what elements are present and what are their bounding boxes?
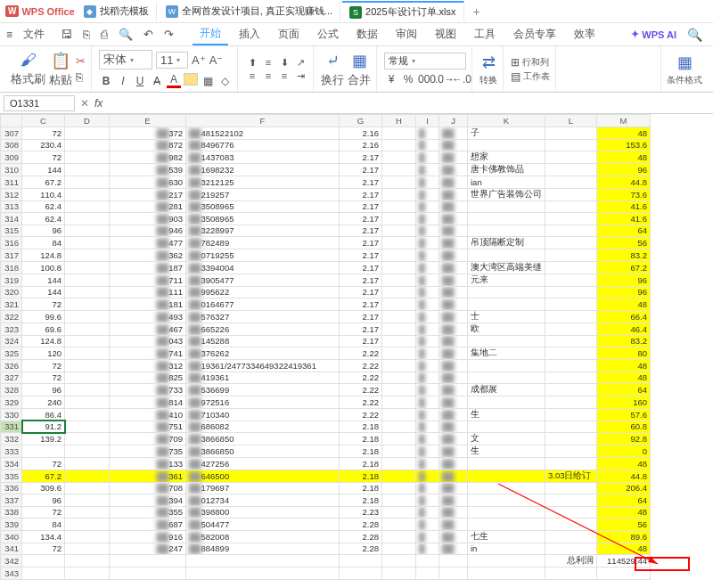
cell[interactable]: ██825 [110,372,186,384]
cell[interactable]: ██ [439,213,468,225]
cell[interactable] [382,372,416,384]
cell[interactable]: █ [416,396,439,409]
col-header-K[interactable]: K [468,115,545,127]
table-row[interactable]: 340134.4██916██5820082.28███七生89.6 [1,530,651,543]
cell[interactable] [545,543,597,555]
row-header[interactable]: 320 [1,286,22,298]
cell[interactable]: 96 [597,274,651,286]
cell[interactable]: ██ [439,482,468,494]
align-mid-icon[interactable]: ≡ [261,57,275,69]
cell[interactable]: █ [416,127,439,139]
fill-color-button[interactable] [184,73,198,88]
cell[interactable]: 134.4 [22,530,65,543]
cell[interactable] [382,494,416,507]
cell[interactable]: 96 [22,225,65,237]
cell[interactable]: █ [416,482,439,494]
cell[interactable]: █ [416,494,439,507]
cell[interactable]: ██ [439,494,468,507]
table-row[interactable]: 332139.2██709██38668502.18███文92.8 [1,433,651,445]
cell[interactable]: 2.16 [340,127,382,139]
cell[interactable]: █ [416,188,439,200]
row-header[interactable]: 318 [1,261,22,274]
cell[interactable]: ██ [439,188,468,200]
table-row[interactable]: 34172██247██8848992.28███in48 [1,543,651,555]
cell[interactable]: 124.8 [22,249,65,262]
cell[interactable]: 士 [468,310,545,323]
cell[interactable]: ██741 [110,347,186,360]
cell[interactable]: 2.28 [340,530,382,543]
cell[interactable]: 唐卡佛教饰品 [468,164,545,176]
row-header[interactable]: 339 [1,519,22,531]
cell[interactable]: ██ [439,200,468,213]
cell[interactable] [65,249,110,262]
cell[interactable]: 2.17 [340,151,382,164]
cell[interactable] [382,213,416,225]
cell[interactable]: 83.2 [597,249,651,262]
cell[interactable]: 230.4 [22,139,65,151]
cell[interactable]: 2.28 [340,519,382,531]
dec-decimal-button[interactable]: ←.0 [452,73,466,86]
cell[interactable]: 2.22 [340,360,382,372]
wps-ai-button[interactable]: ✦ WPS AI [631,29,676,40]
table-row[interactable]: 31596██946██32289972.17███64 [1,225,651,237]
cell[interactable]: ██ [439,151,468,164]
row-header[interactable]: 325 [1,347,22,360]
cell[interactable]: ██539 [110,164,186,176]
cell[interactable]: 41.6 [597,213,651,225]
cell[interactable] [468,225,545,237]
align-center-icon[interactable]: ≡ [261,70,275,82]
total-row[interactable]: 342总利润114529.44 [1,555,651,568]
clear-fmt-button[interactable]: ◇ [217,75,232,87]
cell[interactable] [468,494,545,507]
cell[interactable]: 想家 [468,151,545,164]
row-header[interactable]: 319 [1,274,22,286]
cell[interactable]: 2.28 [340,543,382,555]
cell[interactable] [545,347,597,360]
cancel-fx-icon[interactable]: ✕ [80,97,89,110]
cell[interactable] [468,372,545,384]
cell[interactable] [382,408,416,421]
cell[interactable] [545,274,597,286]
menu-公式[interactable]: 公式 [310,24,346,45]
tab-templates[interactable]: ◆ 找稻壳模板 [77,2,157,20]
cell[interactable] [468,360,545,372]
table-row[interactable]: 33984██687██5044772.28███56 [1,519,651,531]
cell[interactable] [65,470,110,482]
cell[interactable]: █ [416,372,439,384]
cell[interactable] [382,445,416,458]
cell[interactable] [545,323,597,335]
cell[interactable]: 62.4 [22,200,65,213]
cell[interactable] [545,310,597,323]
cell[interactable] [545,225,597,237]
cell[interactable]: 144 [22,286,65,298]
tab-design-project[interactable]: W 全网首发设计项目, 真正实现赚钱... [159,2,340,20]
cell[interactable] [468,421,545,433]
fx-button[interactable]: fx [94,97,102,110]
cell[interactable]: 48 [597,543,651,555]
cell[interactable]: 2.16 [340,139,382,151]
cell[interactable]: 84 [22,519,65,531]
row-header[interactable]: 307 [1,127,22,139]
cell[interactable]: █ [416,298,439,311]
cell[interactable]: 120 [22,347,65,360]
cell[interactable] [65,335,110,347]
cell[interactable]: ██ [439,519,468,531]
cell[interactable] [545,127,597,139]
cell[interactable]: 文 [468,433,545,445]
cell[interactable]: █ [416,543,439,555]
cell[interactable]: █ [416,470,439,482]
cell[interactable]: 96 [597,164,651,176]
cell[interactable]: 2.18 [340,433,382,445]
col-header-I[interactable]: I [416,115,439,127]
table-row[interactable]: 31362.4██281██35089652.17███41.6 [1,200,651,213]
cell[interactable] [468,519,545,531]
cell[interactable]: ██ [439,421,468,433]
cell[interactable]: █ [416,360,439,372]
cell[interactable]: 生 [468,445,545,458]
align-left-icon[interactable]: ≡ [245,70,259,82]
cell[interactable]: 72 [22,372,65,384]
cell[interactable]: 309.6 [22,482,65,494]
cell[interactable]: ██355 [110,506,186,519]
cell[interactable]: ██995622 [186,286,340,298]
cell[interactable]: 0 [597,445,651,458]
